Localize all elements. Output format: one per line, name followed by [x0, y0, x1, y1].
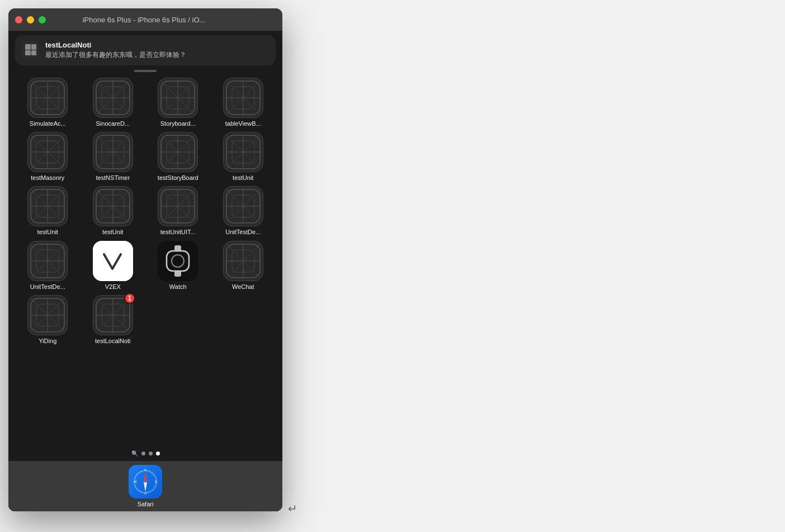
- app-item-VEX[interactable]: V2EX: [83, 241, 144, 291]
- app-label: testLocalNoti: [95, 338, 131, 345]
- return-arrow-icon: ↵: [288, 502, 297, 515]
- app-label: testStoryBoard: [158, 174, 198, 182]
- safari-icon: N S W E: [129, 465, 162, 498]
- app-icon-wrapper: 1: [93, 295, 133, 335]
- v2ex-icon: [93, 241, 133, 281]
- placeholder-icon: [93, 78, 133, 118]
- app-icon-wrapper: [27, 241, 68, 281]
- app-label: V2EX: [105, 283, 121, 291]
- page-dots: 🔍: [8, 446, 282, 461]
- app-label: YiDing: [39, 338, 56, 345]
- svg-rect-80: [174, 245, 181, 251]
- app-item-UnitTestDe[interactable]: UnitTestDe...: [213, 186, 274, 236]
- notif-app-icon: [22, 41, 40, 59]
- app-item-tableViewB[interactable]: tableViewB...: [213, 78, 274, 127]
- placeholder-icon: [27, 78, 68, 118]
- app-icon-wrapper: [158, 78, 198, 118]
- notification-banner[interactable]: testLocalNoti 最近添加了很多有趣的东东哦，是否立即体验？: [15, 35, 276, 65]
- app-label: testNSTimer: [96, 174, 130, 182]
- placeholder-icon: [93, 186, 133, 226]
- app-icon-wrapper: [158, 241, 198, 281]
- app-item-testUnit[interactable]: testUnit: [17, 186, 78, 236]
- app-item-testUnitUIT[interactable]: testUnitUIT...: [148, 186, 209, 236]
- notif-grid-cell: [25, 50, 31, 56]
- app-item-UnitTestDe[interactable]: UnitTestDe...: [17, 241, 78, 291]
- app-label: testUnit: [233, 174, 253, 182]
- watch-icon: [158, 241, 198, 281]
- placeholder-icon: [223, 132, 263, 172]
- svg-text:E: E: [155, 480, 157, 483]
- app-label: Storyboard...: [160, 120, 196, 127]
- notification-text: testLocalNoti 最近添加了很多有趣的东东哦，是否立即体验？: [45, 41, 269, 60]
- app-item-Watch[interactable]: Watch: [148, 241, 209, 291]
- app-item-testUnit[interactable]: testUnit: [213, 132, 274, 182]
- app-icon-wrapper: [223, 132, 263, 172]
- app-icon-wrapper: [158, 186, 198, 226]
- page-dot-1[interactable]: [141, 452, 145, 455]
- app-item-testLocalNoti[interactable]: 1testLocalNoti: [83, 295, 144, 345]
- svg-text:N: N: [144, 468, 146, 472]
- app-icon-wrapper: [27, 78, 68, 118]
- app-icon-wrapper: [223, 78, 263, 118]
- app-item-SinocareD[interactable]: SinocareD...: [83, 78, 144, 127]
- phone-screen: testLocalNoti 最近添加了很多有趣的东东哦，是否立即体验？ Simu…: [8, 31, 282, 511]
- notif-grid-cell: [31, 44, 37, 50]
- app-item-YiDing[interactable]: YiDing: [17, 295, 78, 345]
- app-item-WeChat[interactable]: WeChat: [213, 241, 274, 291]
- app-label: testUnitUIT...: [160, 229, 196, 236]
- app-label: UnitTestDe...: [225, 229, 261, 236]
- title-bar: iPhone 6s Plus - iPhone 6s Plus / iO...: [8, 8, 282, 31]
- search-dot[interactable]: 🔍: [131, 450, 138, 457]
- placeholder-icon: [223, 186, 263, 226]
- app-icon-wrapper: [223, 241, 263, 281]
- app-icon-wrapper: [93, 78, 133, 118]
- placeholder-icon: [93, 132, 133, 172]
- app-label: testUnit: [102, 229, 123, 236]
- app-label: Watch: [169, 283, 187, 291]
- app-item-testMasonry[interactable]: testMasonry: [17, 132, 78, 182]
- app-grid: SimulateAc... SinocareD... Storybo: [8, 75, 282, 446]
- placeholder-icon: [158, 78, 198, 118]
- app-icon-wrapper: [27, 132, 68, 172]
- app-icon-wrapper: [93, 132, 133, 172]
- app-icon-wrapper: [158, 132, 198, 172]
- app-label: SinocareD...: [96, 120, 130, 127]
- svg-text:S: S: [144, 492, 146, 495]
- app-icon-wrapper: [27, 295, 68, 335]
- app-badge: 1: [124, 293, 135, 304]
- placeholder-icon: [27, 241, 68, 281]
- page-dot-3-active[interactable]: [156, 452, 160, 455]
- app-label: SimulateAc...: [30, 120, 66, 127]
- app-icon-wrapper: [223, 186, 263, 226]
- app-label: WeChat: [232, 283, 254, 291]
- app-label: testUnit: [37, 229, 58, 236]
- page-dot-2[interactable]: [149, 452, 153, 455]
- placeholder-icon: [27, 186, 68, 226]
- app-item-SimulateAc[interactable]: SimulateAc...: [17, 78, 78, 127]
- dock-item-safari[interactable]: N S W E Safari: [129, 465, 162, 507]
- notification-title: testLocalNoti: [45, 41, 269, 49]
- app-label: tableViewB...: [225, 120, 261, 127]
- app-item-testNSTimer[interactable]: testNSTimer: [83, 132, 144, 182]
- placeholder-icon: [223, 78, 263, 118]
- app-icon-wrapper: [93, 241, 133, 281]
- app-item-Storyboard[interactable]: Storyboard...: [148, 78, 209, 127]
- app-icon-wrapper: [93, 186, 133, 226]
- placeholder-icon: [158, 186, 198, 226]
- app-item-testUnit[interactable]: testUnit: [83, 186, 144, 236]
- notification-message: 最近添加了很多有趣的东东哦，是否立即体验？: [45, 50, 269, 60]
- window-title: iPhone 6s Plus - iPhone 6s Plus / iO...: [12, 16, 276, 24]
- svg-rect-78: [93, 241, 133, 281]
- mac-window: iPhone 6s Plus - iPhone 6s Plus / iO... …: [8, 8, 282, 511]
- app-icon-wrapper: [27, 186, 68, 226]
- placeholder-icon: [27, 132, 68, 172]
- svg-text:W: W: [134, 480, 137, 483]
- app-item-testStoryBoard[interactable]: testStoryBoard: [148, 132, 209, 182]
- notif-grid-icon: [25, 44, 36, 55]
- svg-rect-81: [174, 271, 181, 277]
- app-label: UnitTestDe...: [30, 283, 65, 291]
- notif-grid-cell: [31, 50, 37, 56]
- placeholder-icon: [223, 241, 263, 281]
- dock: N S W E Safari: [8, 461, 282, 511]
- safari-label: Safari: [138, 501, 154, 507]
